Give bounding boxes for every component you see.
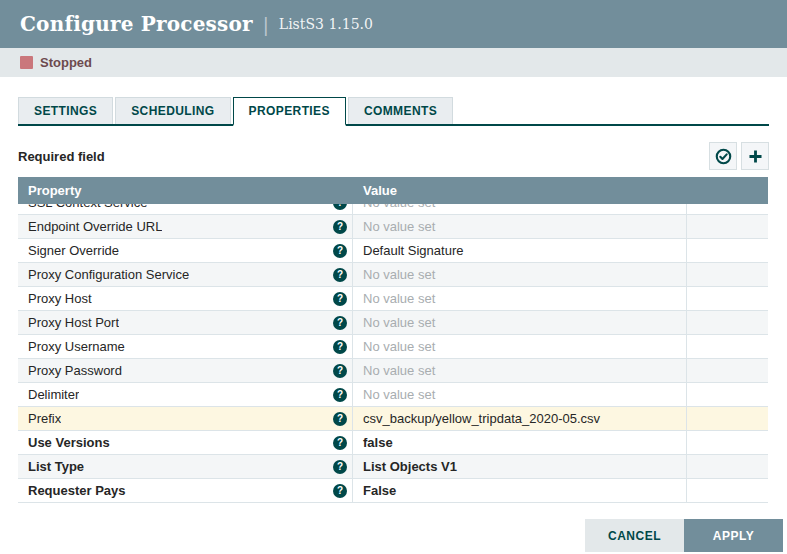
column-header-property: Property: [18, 183, 353, 198]
dialog-header: Configure Processor | ListS3 1.15.0: [0, 0, 787, 48]
properties-table-body: SSL Context Service ? No value set Endpo…: [18, 204, 768, 503]
table-row[interactable]: Signer Override ? Default Signature: [18, 239, 768, 263]
property-value[interactable]: No value set: [353, 204, 687, 214]
property-name-cell: Requester Pays ?: [18, 479, 353, 502]
table-row[interactable]: Use Versions ? false: [18, 431, 768, 455]
property-name-cell: SSL Context Service ?: [18, 204, 353, 214]
table-row[interactable]: Proxy Username ? No value set: [18, 335, 768, 359]
property-name: SSL Context Service: [28, 204, 147, 210]
property-name: Delimiter: [28, 387, 79, 402]
property-name: Endpoint Override URL: [28, 219, 162, 234]
stopped-icon: [20, 56, 33, 69]
help-icon[interactable]: ?: [333, 388, 347, 402]
property-value[interactable]: No value set: [353, 287, 687, 310]
property-name: Proxy Host: [28, 291, 92, 306]
row-filler-cell: [687, 239, 768, 262]
table-row[interactable]: Requester Pays ? False: [18, 479, 768, 503]
property-name: Use Versions: [28, 435, 110, 450]
status-bar: Stopped: [0, 48, 787, 77]
tab-comments[interactable]: COMMENTS: [348, 97, 453, 124]
table-row[interactable]: Proxy Host Port ? No value set: [18, 311, 768, 335]
apply-button[interactable]: APPLY: [684, 519, 783, 552]
table-row[interactable]: Prefix ? csv_backup/yellow_tripdata_2020…: [18, 407, 768, 431]
table-row[interactable]: Proxy Configuration Service ? No value s…: [18, 263, 768, 287]
properties-table: Property Value SSL Context Service ? No …: [18, 177, 768, 503]
table-row[interactable]: Proxy Password ? No value set: [18, 359, 768, 383]
property-value[interactable]: No value set: [353, 215, 687, 238]
help-icon[interactable]: ?: [333, 268, 347, 282]
property-value[interactable]: False: [353, 479, 687, 502]
tab-settings[interactable]: SETTINGS: [18, 97, 113, 124]
property-name-cell: Proxy Host ?: [18, 287, 353, 310]
row-filler-cell: [687, 215, 768, 238]
tab-label: PROPERTIES: [249, 104, 330, 118]
processor-name-version: ListS3 1.15.0: [279, 16, 373, 32]
help-icon[interactable]: ?: [333, 460, 347, 474]
help-icon[interactable]: ?: [333, 204, 347, 210]
row-filler-cell: [687, 204, 768, 214]
property-value[interactable]: No value set: [353, 383, 687, 406]
property-name: Signer Override: [28, 243, 119, 258]
verify-properties-button[interactable]: [709, 142, 737, 170]
tab-bar: SETTINGS SCHEDULING PROPERTIES COMMENTS: [18, 97, 769, 126]
toolbar-buttons: [709, 142, 769, 170]
help-icon[interactable]: ?: [333, 244, 347, 258]
tab-label: SCHEDULING: [131, 104, 214, 118]
property-name-cell: Use Versions ?: [18, 431, 353, 454]
property-value[interactable]: No value set: [353, 311, 687, 334]
dialog-content: SETTINGS SCHEDULING PROPERTIES COMMENTS …: [0, 77, 787, 503]
property-name-cell: List Type ?: [18, 455, 353, 478]
help-icon[interactable]: ?: [333, 316, 347, 330]
table-row[interactable]: Endpoint Override URL ? No value set: [18, 215, 768, 239]
property-name: List Type: [28, 459, 84, 474]
row-filler-cell: [687, 287, 768, 310]
property-value[interactable]: csv_backup/yellow_tripdata_2020-05.csv: [353, 407, 687, 430]
property-value[interactable]: List Objects V1: [353, 455, 687, 478]
property-value[interactable]: No value set: [353, 263, 687, 286]
row-filler-cell: [687, 311, 768, 334]
help-icon[interactable]: ?: [333, 220, 347, 234]
property-name-cell: Proxy Username ?: [18, 335, 353, 358]
cancel-button[interactable]: CANCEL: [585, 519, 684, 552]
properties-toolbar: Required field: [18, 141, 769, 171]
property-name-cell: Proxy Configuration Service ?: [18, 263, 353, 286]
property-value[interactable]: No value set: [353, 359, 687, 382]
status-badge: Stopped: [40, 55, 92, 70]
title-separator: |: [263, 14, 269, 35]
row-filler-cell: [687, 479, 768, 502]
row-filler-cell: [687, 431, 768, 454]
required-field-label: Required field: [18, 149, 105, 164]
property-name-cell: Delimiter ?: [18, 383, 353, 406]
tab-properties[interactable]: PROPERTIES: [233, 97, 346, 126]
property-name-cell: Endpoint Override URL ?: [18, 215, 353, 238]
help-icon[interactable]: ?: [333, 436, 347, 450]
property-name: Proxy Host Port: [28, 315, 119, 330]
page-title: Configure Processor: [20, 12, 253, 36]
property-name: Requester Pays: [28, 483, 126, 498]
row-filler-cell: [687, 455, 768, 478]
property-value[interactable]: Default Signature: [353, 239, 687, 262]
help-icon[interactable]: ?: [333, 412, 347, 426]
property-name-cell: Prefix ?: [18, 407, 353, 430]
plus-icon: [747, 148, 764, 165]
property-value[interactable]: No value set: [353, 335, 687, 358]
help-icon[interactable]: ?: [333, 484, 347, 498]
tab-label: COMMENTS: [364, 104, 437, 118]
tab-label: SETTINGS: [34, 104, 97, 118]
tab-scheduling[interactable]: SCHEDULING: [115, 97, 230, 124]
row-filler-cell: [687, 359, 768, 382]
table-row[interactable]: SSL Context Service ? No value set: [18, 204, 768, 215]
property-name: Proxy Password: [28, 363, 122, 378]
property-name: Proxy Username: [28, 339, 125, 354]
add-property-button[interactable]: [741, 142, 769, 170]
property-name: Proxy Configuration Service: [28, 267, 189, 282]
help-icon[interactable]: ?: [333, 292, 347, 306]
property-name: Prefix: [28, 411, 61, 426]
property-value[interactable]: false: [353, 431, 687, 454]
table-row[interactable]: Delimiter ? No value set: [18, 383, 768, 407]
help-icon[interactable]: ?: [333, 340, 347, 354]
column-header-value: Value: [353, 183, 687, 198]
table-row[interactable]: Proxy Host ? No value set: [18, 287, 768, 311]
table-row[interactable]: List Type ? List Objects V1: [18, 455, 768, 479]
help-icon[interactable]: ?: [333, 364, 347, 378]
